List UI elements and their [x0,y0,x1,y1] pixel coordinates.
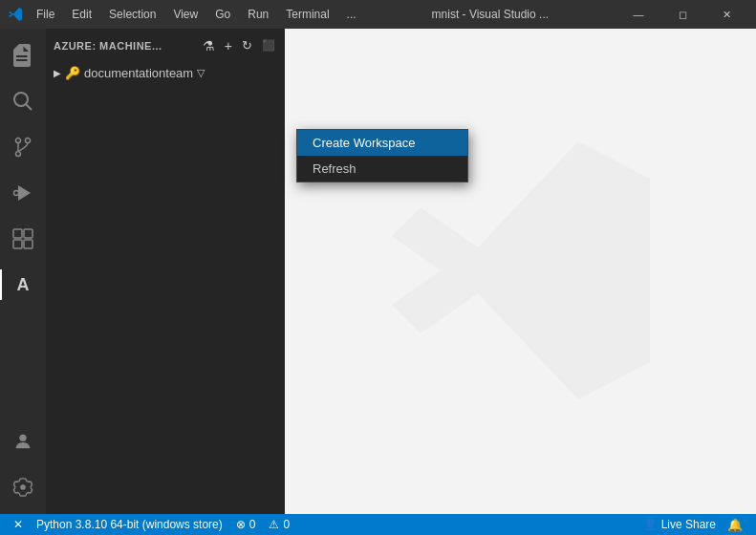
tree-item-label: documentationteam [84,66,193,80]
svg-line-1 [26,104,32,110]
status-bar-notifications[interactable]: 🔔 [722,514,748,535]
activity-bar-item-settings[interactable] [0,464,46,510]
menu-run[interactable]: Run [240,6,276,23]
menu-more[interactable]: ... [339,6,364,23]
accounts-icon [12,431,33,452]
activity-bar-item-search[interactable] [0,78,46,124]
maximize-button[interactable]: ◻ [660,0,704,29]
flask-icon[interactable]: ⚗ [201,36,217,55]
window-controls: — ◻ ✕ [616,0,748,29]
sidebar: AZURE: MACHINE... ⚗ + ↻ ⬛ ▶ 🔑 documentat… [46,29,285,514]
svg-point-12 [20,484,26,490]
sidebar-title: AZURE: MACHINE... [54,40,201,52]
svg-point-6 [14,191,19,196]
bell-icon: 🔔 [727,518,743,532]
close-button[interactable]: ✕ [704,0,748,29]
sidebar-tree: ▶ 🔑 documentationteam ▽ [46,62,285,514]
menu-edit[interactable]: Edit [64,6,99,23]
activity-bar-item-accounts[interactable] [0,418,46,464]
main-area: A AZURE: MACHINE... ⚗ + ↻ [0,29,756,514]
error-count-icon: ⊗ [236,518,246,531]
activity-bar-item-scm[interactable] [0,124,46,170]
status-bar-live-share[interactable]: 👤 Live Share [637,514,722,535]
warning-count-icon: ⚠ [269,518,279,531]
menu-go[interactable]: Go [207,6,238,23]
filter-icon: ▽ [197,67,205,79]
svg-point-11 [19,435,26,441]
refresh-sidebar-icon[interactable]: ↻ [240,36,254,54]
status-bar-warnings[interactable]: ⚠ 0 [263,514,295,535]
menu-file[interactable]: File [29,6,62,23]
explorer-icon [11,44,34,67]
azure-ml-icon: A [17,275,30,295]
search-icon [11,90,34,113]
activity-bar-item-explorer[interactable] [0,32,46,78]
window-title: mnist - Visual Studio ... [364,8,616,21]
svg-rect-10 [24,240,32,248]
svg-point-4 [16,152,21,157]
svg-marker-5 [18,185,31,201]
status-bar-errors[interactable]: ⊗ 0 [230,514,262,535]
menu-bar: File Edit Selection View Go Run Terminal… [29,6,364,23]
svg-rect-7 [13,229,22,238]
context-menu-item-create-workspace[interactable]: Create Workspace [297,130,467,156]
python-version-label: Python 3.8.10 64-bit (windows store) [36,518,223,531]
activity-bar-item-run[interactable] [0,170,46,216]
menu-terminal[interactable]: Terminal [278,6,336,23]
status-bar-right: 👤 Live Share 🔔 [637,514,748,535]
status-bar-left: ✕ Python 3.8.10 64-bit (windows store) ⊗… [8,514,295,535]
key-icon: 🔑 [65,66,80,80]
run-icon [11,182,34,204]
menu-selection[interactable]: Selection [101,6,163,23]
live-share-label: Live Share [661,518,716,531]
live-share-icon: 👤 [643,518,658,531]
svg-rect-8 [24,229,32,238]
source-control-icon [11,136,34,159]
vscode-logo-icon [8,7,23,22]
status-bar-error-warning[interactable]: ✕ [8,514,29,535]
svg-point-3 [26,139,31,143]
sidebar-header-icons: ⚗ + ↻ ⬛ [201,36,277,55]
minimize-button[interactable]: — [616,0,660,29]
status-bar: ✕ Python 3.8.10 64-bit (windows store) ⊗… [0,514,756,535]
tree-item-documentationteam[interactable]: ▶ 🔑 documentationteam ▽ [46,62,285,83]
context-menu-item-refresh[interactable]: Refresh [297,156,467,182]
sidebar-header: AZURE: MACHINE... ⚗ + ↻ ⬛ [46,29,285,62]
activity-bar-bottom [0,418,46,514]
activity-bar-item-extensions[interactable] [0,216,46,262]
warning-count-label: 0 [283,518,290,531]
context-menu: Create Workspace Refresh [296,129,468,182]
svg-rect-9 [13,240,22,248]
svg-point-2 [16,139,21,143]
status-bar-python[interactable]: Python 3.8.10 64-bit (windows store) [31,514,228,535]
activity-bar-item-azure-ml[interactable]: A [0,262,46,308]
portal-icon[interactable]: ⬛ [260,37,277,54]
error-count-label: 0 [249,518,256,531]
branch-icon: ✕ [13,518,23,531]
extensions-icon [11,227,34,250]
menu-view[interactable]: View [165,6,205,23]
add-icon[interactable]: + [223,36,234,55]
svg-point-0 [14,93,28,106]
settings-icon [12,477,33,498]
chevron-right-icon: ▶ [54,68,61,78]
editor-area [285,29,756,514]
title-bar: File Edit Selection View Go Run Terminal… [0,0,756,29]
activity-bar: A [0,29,46,514]
